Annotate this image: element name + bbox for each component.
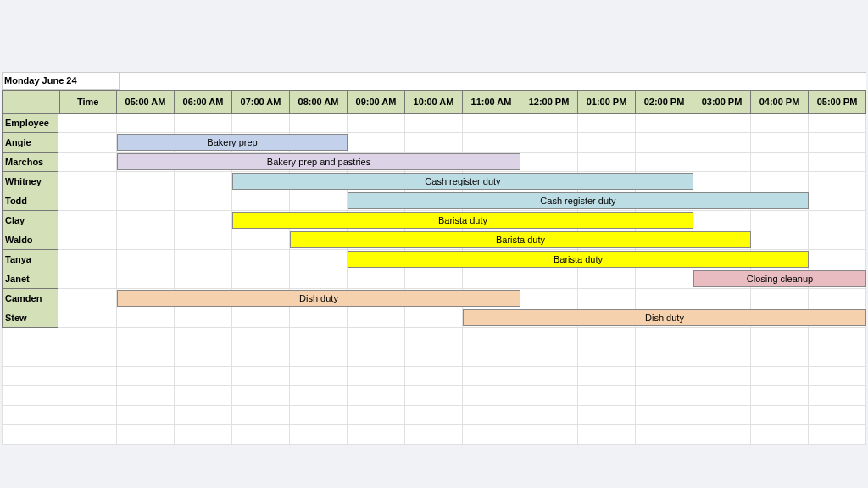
task-bar[interactable]: Dish duty	[117, 290, 520, 307]
employee-name: Whitney	[3, 172, 58, 191]
employee-row: WaldoBarista duty	[2, 230, 866, 250]
task-bar[interactable]: Barista duty	[232, 212, 693, 229]
task-bar[interactable]: Bakery prep and pastries	[117, 153, 520, 170]
header-slot: 10:00 AM	[405, 90, 463, 114]
employee-name: Waldo	[3, 230, 58, 250]
employee-name: Todd	[3, 191, 58, 211]
header-time-label: Time	[60, 90, 118, 114]
schedule-sheet: Monday June 24 Time 05:00 AM06:00 AM07:0…	[2, 72, 866, 445]
header-slot: 02:00 PM	[636, 90, 693, 114]
employee-row: MarchosBakery prep and pastries	[2, 152, 866, 172]
header-slot: 03:00 PM	[693, 90, 751, 114]
employee-row: JanetClosing cleanup	[2, 269, 866, 289]
header-slot: 05:00 PM	[809, 90, 866, 114]
title-row: Monday June 24	[2, 72, 866, 90]
task-bar[interactable]: Barista duty	[290, 231, 751, 248]
employee-row: AngieBakery prep	[2, 133, 866, 152]
task-bar[interactable]: Cash register duty	[232, 173, 693, 190]
task-bar[interactable]: Bakery prep	[117, 134, 348, 151]
employee-name: Janet	[3, 269, 58, 289]
employee-name: Camden	[3, 289, 58, 308]
header-slot: 04:00 PM	[751, 90, 809, 114]
task-bar[interactable]: Barista duty	[348, 251, 809, 268]
employee-row: CamdenDish duty	[2, 289, 866, 308]
employee-name: Clay	[3, 211, 58, 230]
header-slot: 05:00 AM	[117, 90, 175, 114]
employee-name: Angie	[3, 133, 58, 152]
header-row: Time 05:00 AM06:00 AM07:00 AM08:00 AM09:…	[2, 90, 866, 114]
employee-row: WhitneyCash register duty	[2, 172, 866, 191]
employee-label: Employee	[3, 114, 58, 133]
employee-row: TanyaBarista duty	[2, 250, 866, 269]
employee-row: ToddCash register duty	[2, 191, 866, 211]
employee-label-row: Employee	[2, 114, 866, 133]
task-bar[interactable]: Dish duty	[463, 309, 866, 326]
task-bar[interactable]: Cash register duty	[348, 192, 809, 209]
employee-row: ClayBarista duty	[2, 211, 866, 230]
header-slot: 01:00 PM	[578, 90, 636, 114]
header-blank	[3, 90, 60, 114]
header-slot: 06:00 AM	[175, 90, 232, 114]
header-slot: 12:00 PM	[520, 90, 578, 114]
task-bar[interactable]: Closing cleanup	[693, 270, 866, 287]
header-slot: 07:00 AM	[232, 90, 290, 114]
employee-name: Stew	[3, 308, 58, 328]
employee-row: StewDish duty	[2, 308, 866, 328]
employee-name: Marchos	[3, 152, 58, 172]
header-slot: 09:00 AM	[348, 90, 405, 114]
page-title: Monday June 24	[3, 73, 120, 90]
header-slot: 08:00 AM	[290, 90, 348, 114]
header-slot: 11:00 AM	[463, 90, 520, 114]
employee-name: Tanya	[3, 250, 58, 269]
